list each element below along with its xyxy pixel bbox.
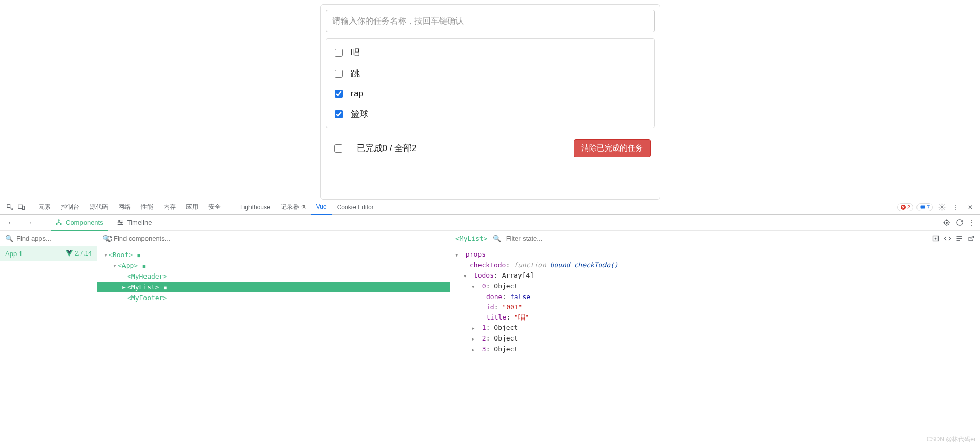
item-label: 跳 [351,68,360,79]
tree-node-myfooter[interactable]: <MyFooter> [97,292,450,303]
vue-body: 🔍 App 1 2.7.14 🔍 ▼ [0,231,980,446]
vue-more-icon[interactable]: ⋮ [969,219,975,226]
tab-console[interactable]: 控制台 [56,200,85,215]
tree-search-row: 🔍 [97,231,450,246]
vue-devtools-bar: ← → Components Timeline ⋮ [0,215,980,231]
state-row-obj0[interactable]: ▼ 0: Object [455,281,975,292]
devtools-panel: 元素 控制台 源代码 网络 性能 内存 应用 安全 Lighthouse 记录器… [0,200,980,446]
state-row-obj2[interactable]: ▶ 2: Object [455,333,975,344]
state-row-done[interactable]: done: false [455,292,975,302]
svg-point-12 [118,220,119,221]
tab-security[interactable]: 安全 [203,200,226,215]
todo-card: 唱 跳 rap 篮球 已完成0 / 全部2 清除已完成的任务 [320,4,660,200]
state-row-obj1[interactable]: ▶ 1: Object [455,323,975,333]
message-icon [920,204,926,210]
tab-cookie-editor[interactable]: Cookie Editor [332,200,379,215]
error-badge[interactable]: 2 [897,203,913,211]
apps-search-row: 🔍 [0,231,97,246]
todo-footer: 已完成0 / 全部2 清除已完成的任务 [326,128,655,161]
tab-elements[interactable]: 元素 [33,200,56,215]
state-row-checktodo[interactable]: checkTodo: function bound checkTodo() [455,260,975,270]
state-row-obj3[interactable]: ▶ 3: Object [455,344,975,355]
locate-icon[interactable] [943,219,951,227]
state-row-title[interactable]: title: "唱" [455,312,975,323]
svg-point-14 [119,224,120,225]
task-input[interactable] [326,10,655,32]
list-item: 唱 [326,42,654,63]
components-icon [55,219,62,226]
svg-rect-1 [18,205,22,208]
item-label: rap [351,89,364,99]
search-icon: 🔍 [493,235,501,242]
todo-list: 唱 跳 rap 篮球 [326,38,655,128]
device-toggle-icon[interactable] [15,202,27,213]
tab-performance[interactable]: 性能 [136,200,158,215]
tree-node-root[interactable]: ▼ <Root> ▪ [97,249,450,260]
chevron-right-icon: ▶ [472,345,478,355]
svg-rect-4 [920,205,925,208]
vue-tab-components[interactable]: Components [51,215,108,231]
checkbox-item-3[interactable] [335,110,343,118]
angle: < [109,251,113,259]
tree-search-input[interactable] [114,235,445,242]
checkbox-item-0[interactable] [335,49,343,57]
app-item[interactable]: App 1 2.7.14 [0,246,97,261]
checkbox-item-1[interactable] [335,70,343,78]
tree-node-mylist[interactable]: ▶ <MyList> ▪ [97,282,450,292]
chevron-right-icon: ▶ [472,334,478,344]
apps-column: 🔍 App 1 2.7.14 [0,231,97,446]
tab-memory[interactable]: 内存 [158,200,181,215]
more-icon[interactable]: ⋮ [950,202,962,213]
svg-point-13 [120,222,121,223]
tab-network[interactable]: 网络 [113,200,136,215]
devtools-tab-bar: 元素 控制台 源代码 网络 性能 内存 应用 安全 Lighthouse 记录器… [0,200,980,215]
angle: > [129,251,133,259]
inspect-element-icon[interactable] [4,202,15,213]
state-row-id[interactable]: id: "001" [455,302,975,312]
state-row-todos[interactable]: ▼ todos: Array[4] [455,270,975,281]
tree-node-app[interactable]: ▼ <App> ▪ [97,260,450,271]
clear-completed-button[interactable]: 清除已完成的任务 [574,139,651,157]
chevron-down-icon: ▼ [112,263,118,268]
checkbox-item-2[interactable] [335,90,343,98]
state-body: ▼ props checkTodo: function bound checkT… [450,246,980,358]
footer-left: 已完成0 / 全部2 [330,142,417,154]
tree-node-myheader[interactable]: <MyHeader> [97,271,450,282]
tab-sources[interactable]: 源代码 [85,200,113,215]
forward-arrow-icon[interactable]: → [23,217,35,228]
refresh-icon[interactable] [956,219,964,226]
open-new-window-icon[interactable] [967,235,975,242]
app-name: App 1 [5,250,23,258]
back-arrow-icon[interactable]: ← [5,217,17,228]
tab-lighthouse[interactable]: Lighthouse [235,200,276,215]
chevron-down-icon: ▼ [472,282,478,292]
tab-application[interactable]: 应用 [181,200,203,215]
list-item: rap [326,84,654,103]
state-filter-input[interactable] [506,235,927,242]
settings-icon[interactable] [936,202,947,213]
chevron-right-icon: ▶ [121,285,127,290]
item-label: 唱 [351,47,360,58]
tab-recorder[interactable]: 记录器⚗ [276,200,311,215]
flask-icon: ⚗ [301,204,306,210]
inspect-dom-icon[interactable] [944,235,951,242]
item-label: 篮球 [351,108,368,120]
state-row-props[interactable]: ▼ props [455,249,975,260]
fragment-dot-icon: ▪ [163,283,168,291]
scroll-into-view-icon[interactable] [932,235,940,242]
timeline-icon [117,219,124,226]
svg-rect-0 [7,204,10,207]
close-devtools-icon[interactable]: ✕ [965,202,976,213]
chevron-down-icon: ▼ [455,250,462,260]
message-badge[interactable]: 7 [916,203,933,211]
show-render-code-icon[interactable] [955,235,963,242]
svg-point-8 [60,223,61,224]
footer-summary: 已完成0 / 全部2 [357,142,417,154]
apps-search-input[interactable] [16,235,102,242]
vue-tab-timeline[interactable]: Timeline [113,215,156,231]
error-icon [900,204,906,210]
chevron-right-icon: ▶ [472,323,478,333]
search-icon: 🔍 [5,235,13,242]
select-all-checkbox[interactable] [334,144,342,153]
tab-vue[interactable]: Vue [311,200,332,215]
